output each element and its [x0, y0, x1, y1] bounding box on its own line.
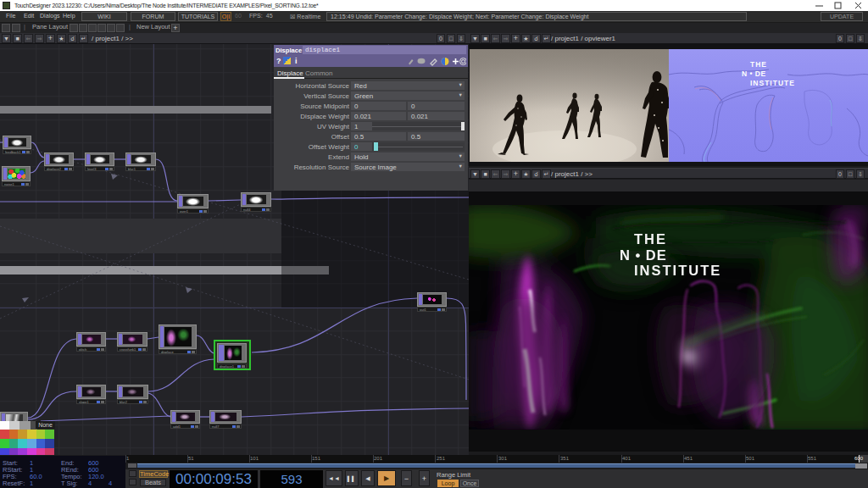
svg-text:INSTITUTE: INSTITUTE — [750, 79, 795, 87]
svg-text:THE: THE — [750, 60, 767, 69]
svg-text:THE: THE — [634, 231, 667, 247]
svg-text:N • DE: N • DE — [742, 69, 766, 78]
svg-text:N • DE: N • DE — [620, 247, 667, 263]
svg-text:INSTITUTE: INSTITUTE — [634, 263, 721, 278]
